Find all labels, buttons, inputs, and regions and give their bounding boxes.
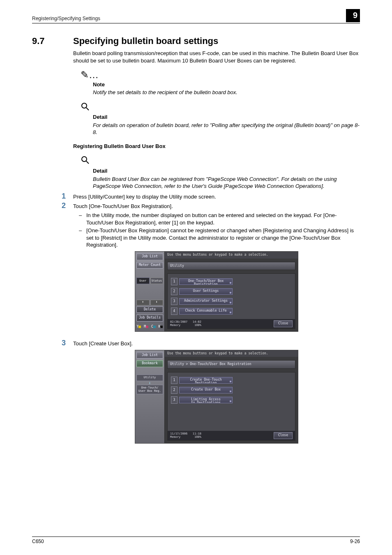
chapter-badge: 9: [346, 9, 360, 22]
option-index: 2: [171, 288, 178, 295]
job-list-button[interactable]: Job List: [136, 352, 163, 359]
one-touch-reg-button[interactable]: One-Touch/User Box Registration: [179, 278, 233, 285]
bookmark-button[interactable]: Bookmark: [136, 360, 163, 367]
magnifier-icon: [81, 155, 90, 166]
option-index: 3: [171, 298, 178, 305]
create-one-touch-button[interactable]: Create One-Touch Destination: [179, 377, 233, 384]
detail-text: For details on operation of bulletin boa…: [93, 122, 360, 136]
option-index: 2: [171, 386, 178, 394]
breadcrumb: Utility > One-Touch/User Box Registratio…: [167, 360, 295, 369]
step-number: 2: [62, 202, 73, 338]
status-cell: Status: [150, 278, 164, 284]
option-index: 3: [171, 396, 178, 404]
scroll-up-button[interactable]: ⬆: [136, 300, 150, 305]
admin-settings-button[interactable]: Administrator Settings: [179, 298, 233, 305]
section-number: 9.7: [32, 36, 73, 46]
note-text: Notify the set details to the recipient …: [93, 89, 360, 96]
breadcrumb: Utility: [167, 262, 295, 271]
detail-text: Bulletin Board User Box can be registere…: [93, 176, 360, 190]
svg-point-0: [82, 103, 87, 108]
intro-paragraph: Bulletin board polling transmission/rece…: [73, 50, 360, 64]
option-index: 1: [171, 377, 178, 384]
job-list-button[interactable]: Job List: [136, 253, 163, 260]
note-label: Note: [93, 81, 360, 88]
step-text: Touch [Create User Box].: [73, 340, 360, 347]
status-date-memory: 02/20/2007 14:02 Memory 100%: [170, 321, 201, 327]
tree-one-touch[interactable]: One-Touch/ User Box Reg.: [136, 385, 163, 394]
utility-screen-2: Job List Bookmark Utility ⬇ One-Touch/ U…: [135, 350, 298, 444]
create-user-box-button[interactable]: Create User Box: [179, 387, 233, 393]
footer-left: C650: [32, 539, 44, 544]
utility-screen-1: Job List Meter Count User Name Status ⬆ …: [135, 251, 298, 332]
toner-y-icon: Y: [136, 325, 141, 329]
running-title: Registering/Specifying Settings: [32, 16, 100, 21]
step-number: 1: [62, 192, 73, 201]
close-button[interactable]: Close: [274, 432, 293, 439]
step-number: 3: [62, 339, 73, 449]
hint-bar: Use the menu buttons or keypad to make a…: [165, 350, 298, 357]
delete-button[interactable]: Delete: [136, 306, 163, 313]
status-date-memory: 11/17/2006 11:18 Memory 100%: [170, 432, 201, 439]
close-button[interactable]: Close: [274, 320, 293, 327]
section-title: Specifying bulletin board settings: [73, 36, 218, 46]
option-index: 4: [171, 308, 178, 315]
scroll-down-button[interactable]: ⬇: [150, 300, 164, 305]
subsection-heading: Registering Bulletin Board User Box: [73, 143, 360, 150]
svg-point-2: [82, 157, 87, 162]
step-text: Press [Utility/Counter] key to display t…: [73, 192, 360, 201]
svg-line-1: [86, 108, 89, 110]
footer-right: 9-26: [350, 539, 360, 544]
tree-utility[interactable]: Utility: [136, 375, 163, 381]
option-index: 1: [171, 278, 178, 285]
toner-m-icon: M: [144, 325, 149, 329]
user-settings-button[interactable]: User Settings: [179, 288, 233, 295]
check-consumable-button[interactable]: Check Consumable Life: [179, 308, 233, 314]
toner-c-icon: C: [151, 325, 156, 329]
step-text: Touch [One-Touch/User Box Registration].: [73, 203, 360, 210]
detail-callout-1: Detail For details on operation of bulle…: [81, 102, 360, 136]
hint-bar: Use the menu buttons or keypad to make a…: [165, 252, 298, 259]
detail-callout-2: Detail Bulletin Board User Box can be re…: [81, 155, 360, 190]
detail-label: Detail: [93, 167, 360, 175]
note-callout: ✎… Note Notify the set details to the re…: [81, 70, 360, 96]
pencil-dots-icon: ✎…: [81, 70, 99, 80]
toner-k-icon: K: [158, 325, 163, 329]
step-sub-bullet: In the Utility mode, the number displaye…: [79, 212, 360, 226]
detail-label: Detail: [93, 113, 360, 121]
step-sub-bullet: [One-Touch/User Box Registration] cannot…: [79, 227, 360, 249]
meter-count-button[interactable]: Meter Count: [136, 262, 163, 269]
job-details-button[interactable]: Job Details: [136, 314, 163, 321]
user-name-cell: User Name: [136, 278, 150, 284]
limiting-access-button[interactable]: Limiting Access to Destinations: [179, 397, 233, 403]
magnifier-icon: [81, 102, 90, 113]
svg-line-3: [86, 161, 89, 164]
